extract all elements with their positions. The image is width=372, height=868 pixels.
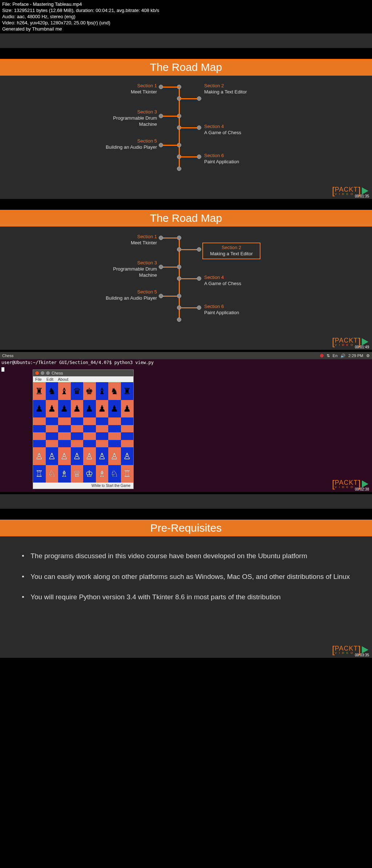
chess-square[interactable]: ♙ xyxy=(58,447,71,465)
chess-square[interactable] xyxy=(58,440,71,448)
file-info: File: Preface - Mastering Tableau.mp4 Si… xyxy=(0,0,372,33)
chess-square[interactable] xyxy=(108,417,121,425)
play-icon xyxy=(362,338,368,345)
chess-square[interactable]: ♙ xyxy=(108,447,121,465)
chess-square[interactable] xyxy=(71,425,84,433)
chess-square[interactable] xyxy=(96,432,109,440)
chess-square[interactable] xyxy=(83,440,96,448)
chessboard[interactable]: ♜♞♝♛♚♝♞♜♟♟♟♟♟♟♟♟♙♙♙♙♙♙♙♙♖♘♗♕♔♗♘♖ xyxy=(33,382,133,483)
close-icon[interactable] xyxy=(35,371,39,375)
chess-square[interactable]: ♟ xyxy=(108,400,121,418)
chess-square[interactable]: ♟ xyxy=(71,400,84,418)
chess-square[interactable]: ♟ xyxy=(83,400,96,418)
chess-square[interactable]: ♖ xyxy=(33,465,46,483)
chess-square[interactable]: ♔ xyxy=(83,465,96,483)
chess-square[interactable] xyxy=(108,425,121,433)
chess-square[interactable]: ♝ xyxy=(96,382,109,400)
chess-square[interactable] xyxy=(58,432,71,440)
chess-square[interactable] xyxy=(83,417,96,425)
chess-square[interactable] xyxy=(121,417,134,425)
chess-square[interactable]: ♖ xyxy=(121,465,134,483)
gen-line: Generated by Thumbnail me xyxy=(2,26,370,32)
maximize-icon[interactable] xyxy=(46,371,50,375)
chess-window: Chess File Edit About ♜♞♝♛♚♝♞♜♟♟♟♟♟♟♟♟♙♙… xyxy=(33,369,134,489)
play-icon xyxy=(362,187,368,195)
chess-square[interactable] xyxy=(33,440,46,448)
chess-square[interactable]: ♟ xyxy=(58,400,71,418)
chess-square[interactable]: ♚ xyxy=(83,382,96,400)
chess-square[interactable]: ♟ xyxy=(96,400,109,418)
chess-square[interactable]: ♟ xyxy=(46,400,58,418)
window-title: Chess xyxy=(52,371,63,375)
chess-square[interactable]: ♕ xyxy=(71,465,84,483)
chess-square[interactable] xyxy=(108,432,121,440)
chess-square[interactable] xyxy=(96,425,109,433)
slide-prereq: Pre-Requisites The programs discussed in… xyxy=(0,520,372,658)
chess-square[interactable] xyxy=(121,440,134,448)
chess-square[interactable]: ♟ xyxy=(121,400,134,418)
ubuntu-top-bar: Chess ⇅ En 🔊 2:29 PM ⚙ xyxy=(0,352,372,359)
slide-title: The Road Map xyxy=(0,210,372,227)
menu-file[interactable]: File xyxy=(35,377,42,381)
chess-square[interactable] xyxy=(83,425,96,433)
chess-square[interactable]: ♙ xyxy=(71,447,84,465)
chess-square[interactable] xyxy=(96,417,109,425)
slide-roadmap-2: The Road Map Section 1Meet Tkinter Secti… xyxy=(0,210,372,350)
menu-edit[interactable]: Edit xyxy=(46,377,53,381)
chess-square[interactable]: ♗ xyxy=(58,465,71,483)
chess-square[interactable]: ♜ xyxy=(33,382,46,400)
chess-square[interactable] xyxy=(46,417,58,425)
chess-square[interactable]: ♘ xyxy=(46,465,58,483)
chess-square[interactable] xyxy=(121,425,134,433)
chess-square[interactable] xyxy=(46,425,58,433)
clock: 2:29 PM xyxy=(348,353,363,358)
chess-square[interactable] xyxy=(33,417,46,425)
timestamp: 00:01:35 xyxy=(355,194,369,198)
chess-square[interactable]: ♙ xyxy=(96,447,109,465)
chess-square[interactable] xyxy=(108,440,121,448)
roadmap-diagram: Section 1Meet Tkinter Section 2Making a … xyxy=(95,83,277,185)
bullet-list: The programs discussed in this video cou… xyxy=(0,536,372,620)
chess-square[interactable]: ♛ xyxy=(71,382,84,400)
chess-square[interactable] xyxy=(96,440,109,448)
slide-title: Pre-Requisites xyxy=(0,520,372,536)
chess-square[interactable]: ♘ xyxy=(108,465,121,483)
chess-square[interactable] xyxy=(46,440,58,448)
gear-icon: ⚙ xyxy=(366,353,370,358)
chess-square[interactable] xyxy=(58,417,71,425)
roadmap-diagram: Section 1Meet Tkinter Section 2Making a … xyxy=(95,234,277,336)
chess-square[interactable] xyxy=(71,440,84,448)
chess-square[interactable] xyxy=(33,425,46,433)
terminal-prompt: user@Ubuntu:~/Tkinter GUI/Section_04/4.0… xyxy=(0,359,372,366)
chess-square[interactable] xyxy=(71,432,84,440)
chess-square[interactable] xyxy=(46,432,58,440)
app-name: Chess xyxy=(2,353,13,358)
timestamp: 00:02:38 xyxy=(355,487,369,491)
chess-square[interactable]: ♜ xyxy=(121,382,134,400)
audio-line: Audio: aac, 48000 Hz, stereo (eng) xyxy=(2,14,370,20)
chess-square[interactable]: ♗ xyxy=(96,465,109,483)
chess-square[interactable]: ♙ xyxy=(46,447,58,465)
chess-square[interactable] xyxy=(71,417,84,425)
status-bar: White to Start the Game xyxy=(33,483,133,489)
minimize-icon[interactable] xyxy=(41,371,44,375)
chess-square[interactable] xyxy=(83,432,96,440)
chess-square[interactable]: ♙ xyxy=(121,447,134,465)
chess-square[interactable]: ♟ xyxy=(33,400,46,418)
menu-about[interactable]: About xyxy=(58,377,68,381)
chess-square[interactable]: ♙ xyxy=(83,447,96,465)
size-line: Size: 13295211 bytes (12.68 MiB), durati… xyxy=(2,8,370,14)
chess-square[interactable]: ♙ xyxy=(33,447,46,465)
record-icon xyxy=(320,354,324,357)
chess-square[interactable] xyxy=(33,432,46,440)
chess-square[interactable] xyxy=(121,432,134,440)
chess-square[interactable]: ♞ xyxy=(46,382,58,400)
timestamp: 00:03:35 xyxy=(355,653,369,657)
bullet-item: You will require Python version 3.4 with… xyxy=(22,592,350,603)
play-icon xyxy=(362,480,368,488)
volume-icon: 🔊 xyxy=(340,353,345,358)
file-line: File: Preface - Mastering Tableau.mp4 xyxy=(2,1,370,8)
chess-square[interactable]: ♞ xyxy=(108,382,121,400)
chess-square[interactable] xyxy=(58,425,71,433)
chess-square[interactable]: ♝ xyxy=(58,382,71,400)
